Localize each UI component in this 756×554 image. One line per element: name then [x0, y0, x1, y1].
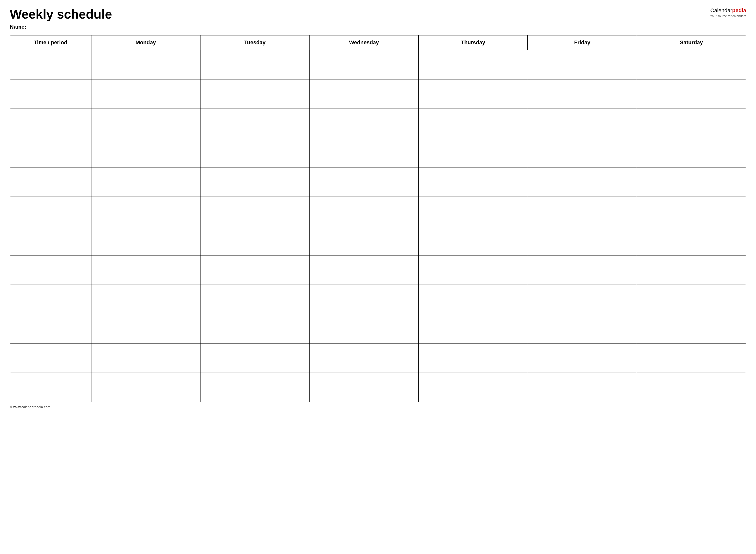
schedule-cell[interactable] [200, 138, 309, 167]
time-cell[interactable] [10, 314, 91, 343]
schedule-cell[interactable] [200, 373, 309, 402]
logo: Calendarpedia [710, 7, 746, 14]
schedule-cell[interactable] [528, 285, 637, 314]
schedule-cell[interactable] [200, 79, 309, 109]
schedule-cell[interactable] [309, 50, 418, 79]
schedule-cell[interactable] [528, 255, 637, 285]
time-cell[interactable] [10, 109, 91, 138]
time-cell[interactable] [10, 285, 91, 314]
name-label: Name: [10, 24, 746, 30]
schedule-cell[interactable] [419, 343, 528, 373]
schedule-cell[interactable] [419, 373, 528, 402]
schedule-cell[interactable] [528, 109, 637, 138]
schedule-cell[interactable] [309, 314, 418, 343]
schedule-cell[interactable] [309, 79, 418, 109]
schedule-cell[interactable] [419, 167, 528, 197]
schedule-cell[interactable] [528, 167, 637, 197]
schedule-cell[interactable] [200, 167, 309, 197]
schedule-cell[interactable] [528, 226, 637, 255]
schedule-cell[interactable] [419, 79, 528, 109]
table-row [10, 314, 746, 343]
time-cell[interactable] [10, 255, 91, 285]
schedule-cell[interactable] [200, 50, 309, 79]
schedule-cell[interactable] [91, 373, 200, 402]
schedule-cell[interactable] [91, 197, 200, 226]
col-header-saturday: Saturday [637, 35, 746, 50]
schedule-cell[interactable] [419, 138, 528, 167]
schedule-cell[interactable] [419, 285, 528, 314]
col-header-time: Time / period [10, 35, 91, 50]
time-cell[interactable] [10, 167, 91, 197]
schedule-cell[interactable] [419, 109, 528, 138]
table-row [10, 255, 746, 285]
col-header-monday: Monday [91, 35, 200, 50]
schedule-cell[interactable] [91, 50, 200, 79]
schedule-cell[interactable] [309, 197, 418, 226]
schedule-cell[interactable] [637, 197, 746, 226]
schedule-cell[interactable] [419, 255, 528, 285]
logo-container: Calendarpedia Your source for calendars [710, 7, 746, 18]
schedule-cell[interactable] [637, 109, 746, 138]
schedule-cell[interactable] [637, 79, 746, 109]
schedule-cell[interactable] [419, 314, 528, 343]
schedule-cell[interactable] [637, 167, 746, 197]
schedule-cell[interactable] [637, 255, 746, 285]
schedule-cell[interactable] [309, 226, 418, 255]
schedule-cell[interactable] [419, 50, 528, 79]
table-row [10, 50, 746, 79]
schedule-cell[interactable] [528, 50, 637, 79]
schedule-cell[interactable] [91, 255, 200, 285]
schedule-cell[interactable] [200, 255, 309, 285]
time-cell[interactable] [10, 343, 91, 373]
schedule-cell[interactable] [200, 285, 309, 314]
schedule-cell[interactable] [309, 285, 418, 314]
schedule-cell[interactable] [200, 314, 309, 343]
table-row [10, 285, 746, 314]
schedule-cell[interactable] [309, 373, 418, 402]
time-cell[interactable] [10, 50, 91, 79]
schedule-cell[interactable] [419, 226, 528, 255]
time-cell[interactable] [10, 197, 91, 226]
logo-tagline: Your source for calendars [710, 14, 746, 18]
schedule-cell[interactable] [528, 79, 637, 109]
schedule-cell[interactable] [528, 314, 637, 343]
schedule-cell[interactable] [637, 373, 746, 402]
schedule-cell[interactable] [309, 109, 418, 138]
schedule-cell[interactable] [309, 343, 418, 373]
schedule-cell[interactable] [200, 226, 309, 255]
schedule-cell[interactable] [637, 314, 746, 343]
logo-pedia: pedia [732, 7, 746, 13]
schedule-cell[interactable] [200, 109, 309, 138]
schedule-cell[interactable] [528, 373, 637, 402]
schedule-cell[interactable] [309, 167, 418, 197]
schedule-cell[interactable] [637, 285, 746, 314]
schedule-cell[interactable] [200, 343, 309, 373]
schedule-cell[interactable] [91, 343, 200, 373]
schedule-cell[interactable] [91, 285, 200, 314]
schedule-cell[interactable] [637, 138, 746, 167]
time-cell[interactable] [10, 373, 91, 402]
schedule-cell[interactable] [637, 226, 746, 255]
schedule-cell[interactable] [309, 138, 418, 167]
schedule-cell[interactable] [91, 167, 200, 197]
schedule-cell[interactable] [528, 343, 637, 373]
schedule-cell[interactable] [91, 109, 200, 138]
schedule-cell[interactable] [200, 197, 309, 226]
time-cell[interactable] [10, 138, 91, 167]
schedule-cell[interactable] [419, 197, 528, 226]
schedule-cell[interactable] [309, 255, 418, 285]
schedule-cell[interactable] [91, 79, 200, 109]
table-row [10, 343, 746, 373]
schedule-cell[interactable] [637, 50, 746, 79]
time-cell[interactable] [10, 226, 91, 255]
table-row [10, 79, 746, 109]
table-row [10, 138, 746, 167]
schedule-cell[interactable] [91, 138, 200, 167]
schedule-cell[interactable] [637, 343, 746, 373]
schedule-cell[interactable] [91, 226, 200, 255]
schedule-cell[interactable] [528, 138, 637, 167]
schedule-cell[interactable] [528, 197, 637, 226]
schedule-cell[interactable] [91, 314, 200, 343]
footer: © www.calendarpedia.com [10, 405, 746, 409]
time-cell[interactable] [10, 79, 91, 109]
